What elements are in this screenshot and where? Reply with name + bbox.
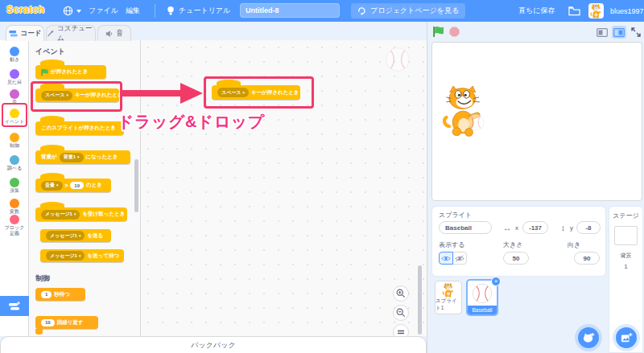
dropped-block-key-pressed[interactable]: スペース ▾ キーが押されたとき bbox=[212, 85, 300, 100]
message-dropdown[interactable]: メッセージ1 ▾ bbox=[46, 231, 85, 240]
block-sprite-clicked[interactable]: このスプライトが押されたとき bbox=[35, 121, 124, 135]
block-label: になったとき bbox=[86, 154, 118, 161]
sidebar-item-looks[interactable]: 見た目 bbox=[0, 69, 29, 85]
backdrop-dropdown-value: 背景1 bbox=[64, 154, 76, 161]
scratch-logo[interactable]: Scratch bbox=[6, 4, 45, 15]
save-now-button[interactable]: 直ちに保存 bbox=[514, 0, 559, 22]
stage-selector-panel[interactable]: ステージ 背景 1 bbox=[609, 206, 643, 353]
tutorials-menu[interactable]: チュートリアル bbox=[161, 0, 235, 22]
cat-thumbnail bbox=[440, 283, 457, 298]
y-label: y bbox=[570, 224, 573, 232]
palette-scrollbar[interactable] bbox=[134, 159, 138, 212]
add-backdrop-icon bbox=[621, 332, 633, 343]
message-dropdown[interactable]: メッセージ1 ▾ bbox=[46, 251, 85, 261]
backdrop-thumbnail[interactable] bbox=[614, 226, 638, 245]
block-backdrop-switches[interactable]: 背景が 背景1 ▾ になったとき bbox=[35, 150, 130, 164]
backpack-bar[interactable]: バックパック bbox=[0, 336, 427, 353]
value-input[interactable]: 10 bbox=[41, 319, 55, 326]
key-dropdown[interactable]: スペース ▾ bbox=[41, 91, 72, 101]
project-title-input[interactable] bbox=[240, 3, 340, 18]
sidebar-item-events[interactable]: イベント bbox=[0, 109, 29, 125]
value-input[interactable]: 10 bbox=[70, 182, 84, 189]
category-label: 変数 bbox=[10, 209, 19, 215]
edit-menu-label: 編集 bbox=[126, 6, 140, 16]
chevron-down-icon: ▾ bbox=[74, 212, 76, 216]
tutorial-lamp-icon bbox=[166, 6, 175, 16]
horizontal-arrow-icon: ↔ bbox=[503, 224, 511, 232]
sprite-tile-sprite1[interactable]: スプライト1 bbox=[435, 281, 462, 314]
block-label: キーが押されたとき bbox=[251, 89, 299, 96]
stop-sign-icon bbox=[449, 27, 460, 37]
backdrop-dropdown[interactable]: 背景1 ▾ bbox=[60, 153, 84, 162]
baseball-sprite[interactable] bbox=[467, 113, 485, 131]
tab-code[interactable]: コード bbox=[6, 25, 44, 41]
my-stuff-button[interactable] bbox=[564, 0, 585, 22]
globe-icon bbox=[63, 6, 73, 16]
tutorials-label: チュートリアル bbox=[179, 6, 230, 16]
add-backdrop-button[interactable] bbox=[616, 327, 637, 348]
tab-costumes[interactable]: コスチューム bbox=[46, 25, 96, 41]
sidebar-item-myblocks[interactable]: ブロック定義 bbox=[0, 215, 29, 236]
username: blues1997 bbox=[610, 7, 644, 15]
eye-slash-icon bbox=[455, 255, 464, 262]
edit-menu[interactable]: 編集 bbox=[121, 0, 145, 22]
fullscreen-button[interactable] bbox=[629, 26, 643, 39]
block-key-pressed[interactable]: スペース ▾ キーが押されたとき bbox=[35, 88, 119, 102]
sidebar-item-sensing[interactable]: 調べる bbox=[0, 155, 29, 171]
add-extension-button[interactable] bbox=[0, 296, 29, 316]
sprite-properties-panel: スプライト ↔ x -137 ↕ y -8 表示する 大きさ 向き bbox=[431, 206, 606, 277]
see-project-page-label: プロジェクトページを見る bbox=[370, 6, 459, 16]
sidebar-item-variables[interactable]: 変数 bbox=[0, 199, 29, 215]
add-sprite-button[interactable] bbox=[578, 327, 599, 348]
sprite-size-field[interactable]: 50 bbox=[503, 252, 529, 265]
loudness-dropdown-value: 音量 bbox=[45, 182, 55, 189]
sprite-tile-baseball[interactable]: Baseball × bbox=[466, 279, 498, 316]
stop-button[interactable] bbox=[447, 25, 461, 38]
small-stage-button[interactable] bbox=[595, 26, 609, 39]
sidebar-item-motion[interactable]: 動き bbox=[0, 47, 29, 63]
block-receive-broadcast[interactable]: メッセージ1 ▾ を受け取ったとき bbox=[35, 207, 127, 221]
zoom-in-button[interactable] bbox=[393, 285, 409, 302]
script-scrollbar[interactable] bbox=[418, 265, 422, 335]
stage-panel-title: ステージ bbox=[609, 211, 642, 220]
block-label: を受け取ったとき bbox=[82, 211, 125, 218]
sprite-direction-field[interactable]: 90 bbox=[574, 252, 600, 265]
delete-sprite-badge[interactable]: × bbox=[491, 277, 501, 286]
sprite-x-field[interactable]: -137 bbox=[522, 221, 548, 234]
block-loudness-greater[interactable]: 音量 ▾ > 10 のとき bbox=[35, 179, 111, 192]
green-flag-button[interactable] bbox=[431, 25, 445, 38]
size-label: 大きさ bbox=[503, 240, 522, 249]
eye-icon bbox=[441, 255, 451, 262]
key-dropdown[interactable]: スペース ▾ bbox=[217, 88, 249, 97]
loudness-dropdown[interactable]: 音量 ▾ bbox=[41, 181, 63, 191]
block-wait[interactable]: 1 秒待つ bbox=[35, 288, 85, 301]
message-dropdown[interactable]: メッセージ1 ▾ bbox=[41, 210, 80, 220]
normal-stage-button[interactable] bbox=[612, 26, 626, 39]
chevron-down-icon: ▾ bbox=[79, 234, 81, 238]
drag-arrow bbox=[122, 82, 203, 105]
stage bbox=[431, 42, 642, 201]
show-sprite-button[interactable] bbox=[439, 252, 453, 265]
brush-icon bbox=[47, 30, 54, 38]
value-input[interactable]: 1 bbox=[41, 291, 52, 298]
category-label: イベント bbox=[5, 119, 25, 125]
tab-sounds[interactable]: 音 bbox=[97, 25, 131, 41]
block-flag-clicked[interactable]: が押されたとき bbox=[35, 65, 106, 79]
block-repeat[interactable]: 10 回繰り返す bbox=[35, 316, 98, 329]
file-menu[interactable]: ファイル bbox=[84, 0, 123, 22]
sidebar-item-operators[interactable]: 演算 bbox=[0, 178, 29, 194]
sidebar-item-control[interactable]: 制御 bbox=[0, 133, 29, 149]
events-section-header: イベント bbox=[35, 47, 65, 57]
language-menu[interactable] bbox=[58, 0, 86, 22]
sprite-name-input[interactable] bbox=[439, 221, 492, 234]
block-broadcast[interactable]: メッセージ1 ▾ を送る bbox=[40, 229, 111, 242]
sidebar-item-sound[interactable]: 音 bbox=[0, 89, 29, 105]
hide-sprite-button[interactable] bbox=[452, 252, 467, 265]
avatar[interactable] bbox=[588, 3, 604, 18]
zoom-out-button[interactable] bbox=[393, 305, 409, 321]
sprite-y-field[interactable]: -8 bbox=[576, 221, 601, 234]
account-menu[interactable]: blues1997 bbox=[605, 0, 644, 22]
block-broadcast-wait[interactable]: メッセージ1 ▾ を送って待つ bbox=[40, 249, 124, 262]
baseball-thumbnail bbox=[472, 283, 493, 304]
see-project-page-button[interactable]: プロジェクトページを見る bbox=[351, 3, 465, 18]
